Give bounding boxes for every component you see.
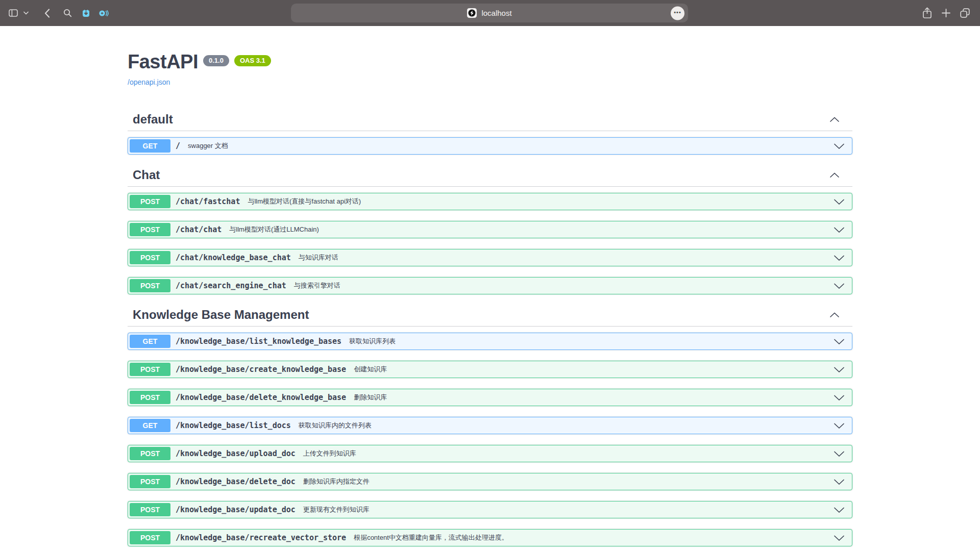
- search-icon[interactable]: [61, 9, 74, 17]
- operation-summary: 删除知识库内指定文件: [303, 477, 370, 486]
- operation-summary: 获取知识库列表: [349, 337, 396, 346]
- method-badge: POST: [130, 279, 170, 292]
- method-badge: POST: [130, 251, 170, 264]
- operation-expand-button[interactable]: [834, 366, 845, 373]
- operation-summary: 删除知识库: [354, 393, 387, 402]
- operation-summary: 与llm模型对话(直接与fastchat api对话): [248, 197, 361, 206]
- section-heading: Chat: [133, 168, 160, 182]
- tag-header[interactable]: Knowledge Base Management: [128, 305, 852, 327]
- operation-summary: 创建知识库: [354, 365, 387, 374]
- broadcast-extension-icon[interactable]: [97, 9, 110, 17]
- operation-summary: 获取知识库内的文件列表: [299, 421, 372, 430]
- chevron-down-icon: [834, 283, 845, 289]
- operation-path: /chat/search_engine_chat: [176, 281, 286, 290]
- operation-expand-button[interactable]: [834, 535, 845, 541]
- chevron-down-icon: [834, 450, 845, 457]
- section-heading: Knowledge Base Management: [133, 308, 309, 322]
- toolbar-right-group: [922, 0, 970, 26]
- operation-summary: 与搜索引擎对话: [294, 281, 340, 290]
- operation-expand-button[interactable]: [834, 450, 845, 457]
- operation-row[interactable]: GET / swagger 文档: [128, 137, 852, 155]
- ellipsis-icon: •••: [674, 10, 681, 15]
- operation-path: /knowledge_base/list_docs: [176, 421, 291, 430]
- operation-path: /chat/chat: [176, 225, 222, 234]
- method-badge: POST: [130, 531, 170, 544]
- url-text: localhost: [481, 9, 511, 17]
- operation-expand-button[interactable]: [834, 143, 845, 149]
- operation-row[interactable]: POST /knowledge_base/create_knowledge_ba…: [128, 361, 852, 378]
- chevron-down-icon: [834, 255, 845, 261]
- method-badge: GET: [130, 139, 170, 153]
- tab-group-chevron-icon[interactable]: [20, 11, 32, 15]
- url-bar-site: localhost: [467, 8, 511, 18]
- method-badge: GET: [130, 419, 170, 432]
- operation-row[interactable]: POST /chat/knowledge_base_chat 与知识库对话: [128, 249, 852, 266]
- operation-row[interactable]: POST /knowledge_base/delete_knowledge_ba…: [128, 389, 852, 406]
- chevron-up-icon: [829, 116, 840, 122]
- operation-path: /knowledge_base/upload_doc: [176, 449, 296, 458]
- operation-expand-button[interactable]: [834, 227, 845, 233]
- chevron-down-icon: [834, 338, 845, 345]
- tag-header[interactable]: Chat: [128, 165, 852, 187]
- chevron-down-icon: [834, 366, 845, 373]
- tag-header[interactable]: default: [128, 110, 852, 131]
- operation-path: /knowledge_base/delete_knowledge_base: [176, 393, 346, 402]
- back-icon[interactable]: [41, 9, 53, 18]
- browser-chrome: localhost •••: [0, 0, 980, 26]
- operation-summary: 上传文件到知识库: [303, 449, 356, 458]
- swagger-page: FastAPI 0.1.0 OAS 3.1 /openapi.json defa…: [0, 51, 980, 546]
- chevron-down-icon: [834, 198, 845, 205]
- operation-expand-button[interactable]: [834, 255, 845, 261]
- downloads-extension-icon[interactable]: [80, 9, 92, 17]
- method-badge: POST: [130, 391, 170, 404]
- chevron-up-icon: [829, 172, 840, 178]
- openapi-spec-link[interactable]: /openapi.json: [128, 77, 170, 87]
- operation-row[interactable]: POST /chat/search_engine_chat 与搜索引擎对话: [128, 277, 852, 294]
- operation-path: /knowledge_base/update_doc: [176, 505, 296, 514]
- chevron-down-icon: [834, 394, 845, 401]
- version-badge: 0.1.0: [203, 55, 229, 66]
- tag-section: default GET / swagger 文档: [128, 110, 852, 155]
- sidebar-toggle-icon[interactable]: [8, 9, 18, 17]
- url-bar[interactable]: localhost •••: [291, 4, 688, 22]
- section-collapse-button[interactable]: [829, 172, 840, 178]
- page-title: FastAPI: [128, 51, 198, 72]
- operation-expand-button[interactable]: [834, 479, 845, 485]
- operation-row[interactable]: GET /knowledge_base/list_docs 获取知识库内的文件列…: [128, 417, 852, 434]
- extensions-more-button[interactable]: •••: [671, 6, 684, 20]
- operation-expand-button[interactable]: [834, 198, 845, 205]
- operation-path: /chat/fastchat: [176, 197, 240, 206]
- chevron-down-icon: [834, 479, 845, 485]
- operation-expand-button[interactable]: [834, 338, 845, 345]
- operation-path: /knowledge_base/create_knowledge_base: [176, 365, 346, 374]
- share-icon[interactable]: [922, 7, 932, 19]
- operation-row[interactable]: POST /knowledge_base/update_doc 更新现有文件到知…: [128, 501, 852, 518]
- operation-row[interactable]: POST /knowledge_base/upload_doc 上传文件到知识库: [128, 445, 852, 462]
- operation-summary: 更新现有文件到知识库: [303, 505, 370, 514]
- section-heading: default: [133, 112, 173, 127]
- method-badge: POST: [130, 447, 170, 460]
- operation-expand-button[interactable]: [834, 422, 845, 429]
- method-badge: POST: [130, 195, 170, 208]
- new-tab-icon[interactable]: [941, 9, 951, 17]
- operation-row[interactable]: POST /knowledge_base/recreate_vector_sto…: [128, 529, 852, 546]
- section-collapse-button[interactable]: [829, 312, 840, 318]
- operation-row[interactable]: POST /chat/chat 与llm模型对话(通过LLMChain): [128, 221, 852, 238]
- chevron-down-icon: [834, 422, 845, 429]
- operation-row[interactable]: GET /knowledge_base/list_knowledge_bases…: [128, 333, 852, 350]
- method-badge: POST: [130, 475, 170, 488]
- section-collapse-button[interactable]: [829, 116, 840, 122]
- operation-row[interactable]: POST /knowledge_base/delete_doc 删除知识库内指定…: [128, 473, 852, 490]
- operation-summary: 与知识库对话: [299, 253, 338, 262]
- chevron-down-icon: [834, 227, 845, 233]
- operation-expand-button[interactable]: [834, 394, 845, 401]
- chevron-down-icon: [834, 143, 845, 149]
- operation-expand-button[interactable]: [834, 283, 845, 289]
- operation-row[interactable]: POST /chat/fastchat 与llm模型对话(直接与fastchat…: [128, 193, 852, 210]
- operation-path: /knowledge_base/delete_doc: [176, 477, 296, 486]
- operation-expand-button[interactable]: [834, 507, 845, 513]
- tag-section: Chat POST /chat/fastchat 与llm模型对话(直接与fas…: [128, 165, 852, 294]
- tag-section: Knowledge Base Management GET /knowledge…: [128, 305, 852, 546]
- tab-overview-icon[interactable]: [959, 8, 970, 18]
- chevron-down-icon: [834, 507, 845, 513]
